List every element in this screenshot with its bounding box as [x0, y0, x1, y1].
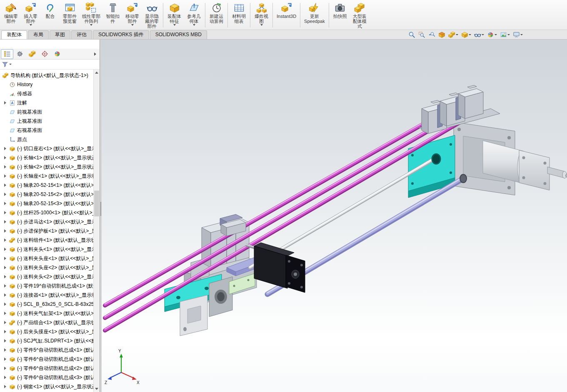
tree-item[interactable]: 右视基准面: [0, 126, 93, 135]
tree-item[interactable]: (-) 铜套<1> (默认<<默认>_显示状态 1>): [0, 382, 93, 391]
instant3d-button[interactable]: Instant3D: [274, 1, 299, 30]
tree-item[interactable]: History: [0, 80, 93, 89]
featuremanager-tab[interactable]: [1, 49, 13, 59]
tree-filter[interactable]: [0, 60, 100, 69]
tree-item[interactable]: 原点: [0, 135, 93, 144]
update-speedpak-button[interactable]: 更新 Speedpak: [302, 1, 327, 30]
edit-appearance-button[interactable]: [486, 31, 498, 39]
show-hidden-components-button[interactable]: 显示隐 藏的零 部件: [142, 1, 162, 30]
expand-arrow-icon[interactable]: [4, 367, 9, 370]
tree-item[interactable]: (-) 长轴<2> (默认<<默认>_显示状态 1>): [0, 162, 93, 171]
expand-arrow-icon[interactable]: [4, 220, 9, 223]
tree-item[interactable]: (-) 轴承20-52-15<3> (默认<<默认>_显示状态 1>): [0, 199, 93, 208]
expand-arrow-icon[interactable]: [4, 330, 9, 333]
dimxpertmanager-tab[interactable]: [38, 49, 51, 59]
expand-arrow-icon[interactable]: [4, 147, 9, 150]
hide-show-items-button[interactable]: [473, 31, 485, 39]
section-view-button[interactable]: [437, 31, 446, 39]
rod-magenta-3[interactable]: [105, 122, 459, 331]
tree-item[interactable]: (-) 切口座右<1> (默认<<默认>_显示状态 1>): [0, 144, 93, 153]
graphics-area[interactable]: Y X Z: [102, 40, 567, 392]
expand-arrow-icon[interactable]: [4, 321, 9, 324]
bill-of-materials-button[interactable]: 材料明 细表: [229, 1, 249, 30]
apply-scene-button[interactable]: [499, 31, 511, 39]
smart-fasteners-button[interactable]: 智能扣 件: [103, 1, 122, 30]
take-snapshot-button[interactable]: 拍快照: [330, 1, 350, 30]
tree-item[interactable]: (-) 长轴<1> (默认<<默认>_显示状态 1>): [0, 153, 93, 162]
displaymanager-tab[interactable]: [51, 49, 63, 59]
tree-item[interactable]: (-) 零件6^自动切割机总成<2> (默认<<默认>_显示状态 1>): [0, 364, 93, 373]
filter-caret-icon[interactable]: [9, 64, 12, 65]
expand-arrow-icon[interactable]: [4, 266, 9, 269]
dropdown-caret-icon[interactable]: [456, 34, 458, 35]
large-assembly-mode-button[interactable]: 大型装 配体模 式: [350, 1, 370, 30]
tree-item[interactable]: (-) 连接器<1> (默认<<默认>_显示状态 1>): [0, 290, 93, 300]
tree-item[interactable]: (-) 轴承20-52-15<2> (默认<<默认>_显示状态 1>): [0, 190, 93, 199]
linear-component-pattern-button[interactable]: 线性零部 件阵列: [80, 1, 103, 30]
expand-arrow-icon[interactable]: [4, 193, 9, 196]
tree-item[interactable]: (-) 零件5^自动切割机总成<1> (默认<<默认>_显示状态 1>): [0, 345, 93, 355]
insert-components-button[interactable]: 插入零 部件: [21, 1, 40, 30]
tab-evaluate[interactable]: 评估: [71, 30, 92, 39]
dropdown-caret-icon[interactable]: [495, 34, 497, 35]
expand-arrow-icon[interactable]: [4, 211, 9, 214]
expand-arrow-icon[interactable]: [4, 238, 9, 242]
assembly-features-button[interactable]: 装配体 特征: [165, 1, 184, 30]
tree-item[interactable]: (-) 送料组件<1> (默认<默认_显示状态-1>): [0, 236, 93, 245]
propertymanager-tab[interactable]: [13, 49, 26, 59]
tab-layout[interactable]: 布局: [28, 30, 49, 39]
expand-arrow-icon[interactable]: [4, 312, 9, 315]
component-preview-window-button[interactable]: 零部件 预览窗: [60, 1, 80, 30]
dropdown-caret-icon[interactable]: [131, 24, 134, 26]
assembly-3d-view[interactable]: Y X Z: [102, 40, 567, 392]
tree-item[interactable]: (-) 送料夹头座<1> (默认<<默认>_显示状态 1>): [0, 254, 93, 263]
tree-item[interactable]: (-) 零件6^自动切割机总成<3> (默认<<默认>_显示状态 1>): [0, 373, 93, 382]
tree-item[interactable]: (-) SCJ气缸.SLDPRT<1> (默认<<默认>_显示状态 1>): [0, 336, 93, 345]
new-motion-study-button[interactable]: 新建运 动算例: [207, 1, 226, 30]
tree-item[interactable]: (-) 产品组合<1> (默认<默认_显示状态-1>): [0, 318, 93, 327]
tree-root-item[interactable]: 导轨机构 (默认<默认_显示状态-1>): [0, 71, 93, 80]
expand-arrow-icon[interactable]: [4, 248, 9, 251]
dropdown-caret-icon[interactable]: [507, 34, 510, 35]
tree-item[interactable]: (-) 送料夹头座<2> (默认<<默认>_显示状态 1>): [0, 263, 93, 272]
tree-item[interactable]: (-) 轴承20-52-15<1> (默认<<默认>_显示状态 1>): [0, 181, 93, 190]
tree-item[interactable]: (-) 步进马达<1> (默认<<默认>_显示状态 1>): [0, 217, 93, 226]
tab-sketch[interactable]: 草图: [50, 30, 70, 39]
expand-arrow-icon[interactable]: [4, 303, 9, 306]
expand-arrow-icon[interactable]: [4, 339, 9, 342]
expand-arrow-icon[interactable]: [4, 275, 9, 278]
expand-arrow-icon[interactable]: [4, 257, 9, 260]
previous-view-button[interactable]: [427, 31, 436, 39]
tree-item[interactable]: (-) 零件6^自动切割机总成<1> (默认<<默认>_显示状态 1>): [0, 355, 93, 364]
zoom-fit-button[interactable]: [407, 31, 416, 39]
tree-item[interactable]: (-) 送料夹头<2> (默认<<默认>_显示状态 1>): [0, 272, 93, 281]
display-style-button[interactable]: [460, 31, 472, 39]
tree-item[interactable]: (-) 送料夹气缸架<1> (默认<<默认>_显示状态 1>): [0, 309, 93, 318]
dropdown-caret-icon[interactable]: [173, 24, 176, 26]
dropdown-caret-icon[interactable]: [90, 24, 92, 26]
tab-solidworks-mbd[interactable]: SOLIDWORKS MBD: [150, 30, 207, 39]
guide-rods[interactable]: [105, 102, 463, 331]
tree-item[interactable]: 上视基准面: [0, 117, 93, 126]
expand-arrow-icon[interactable]: [4, 376, 9, 379]
mate-button[interactable]: 配合: [40, 1, 60, 30]
tree-item[interactable]: (-) 步进保护板<1> (默认<<默认>_显示状态 1>): [0, 226, 93, 236]
expand-arrow-icon[interactable]: [4, 284, 9, 288]
configurationmanager-tab[interactable]: [26, 49, 38, 59]
tree-item[interactable]: (-) 长轴座<1> (默认<<默认>_显示状态 1>): [0, 171, 93, 181]
dropdown-caret-icon[interactable]: [30, 24, 32, 26]
view-orientation-button[interactable]: [447, 31, 459, 39]
scroll-thumb[interactable]: [94, 191, 99, 216]
tree-scrollbar[interactable]: [93, 69, 100, 392]
tree-item[interactable]: 注解: [0, 98, 93, 107]
tree-item[interactable]: 传感器: [0, 89, 93, 98]
expand-arrow-icon[interactable]: [4, 348, 9, 352]
edit-component-button[interactable]: 编辑零 部件: [1, 1, 21, 30]
tab-assembly[interactable]: 装配体: [1, 30, 27, 39]
scroll-track[interactable]: [94, 76, 100, 386]
tree-item[interactable]: 前视基准面: [0, 107, 93, 117]
splitter-grip[interactable]: [100, 202, 101, 216]
expand-arrow-icon[interactable]: [4, 184, 9, 187]
expand-arrow-icon[interactable]: [4, 202, 9, 205]
tree-item[interactable]: (-) 后夹头摸座<1> (默认<<默认>_显示状态 1>): [0, 327, 93, 336]
